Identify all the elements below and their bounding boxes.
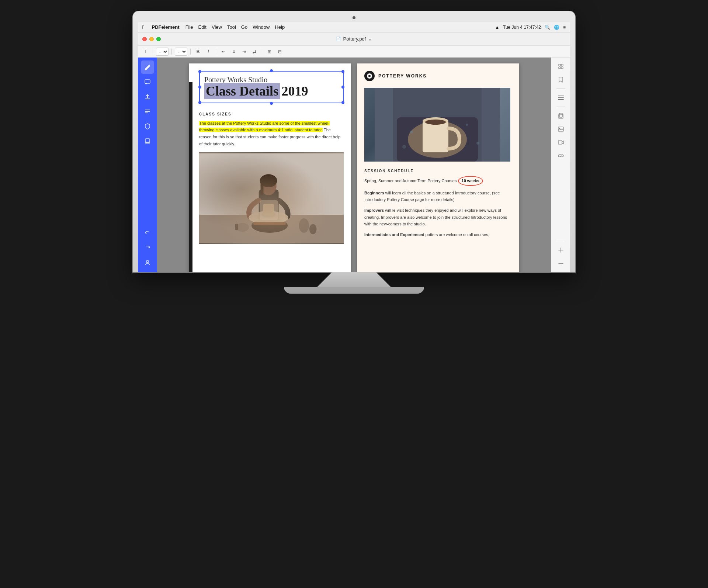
svg-rect-4 — [145, 139, 150, 142]
sidebar-item-stamp[interactable] — [141, 134, 154, 148]
sidebar-item-comment[interactable] — [141, 75, 154, 89]
handle-bl — [198, 101, 201, 104]
pdf-page-right: POTTERY WORKS — [357, 63, 519, 272]
maximize-button[interactable] — [156, 37, 161, 41]
menu-bar:  PDFelement File Edit View Tool Go Wind… — [138, 22, 570, 32]
font-select[interactable]: - — [156, 48, 169, 56]
monitor-bezel:  PDFelement File Edit View Tool Go Wind… — [133, 11, 575, 272]
svg-point-34 — [402, 145, 406, 149]
toolbar-separator-4 — [216, 49, 216, 55]
app-window: 📄 Pottery.pdf ⌄ T - - — [138, 32, 570, 272]
sidebar-bottom — [141, 226, 154, 269]
right-sidebar-image-icon[interactable] — [555, 123, 567, 135]
title-line2: Class Details — [204, 83, 280, 99]
menu-tool[interactable]: Tool — [227, 24, 236, 30]
pdf-container[interactable]: Pottery Works Studio Class Details 2019 … — [157, 58, 551, 272]
toolbar-separator-5 — [262, 49, 262, 55]
chevron-down-icon[interactable]: ⌄ — [368, 36, 372, 42]
svg-rect-44 — [558, 99, 564, 100]
filename: Pottery.pdf — [343, 36, 366, 42]
pottery-photo-overlay — [199, 152, 344, 244]
toolbar: T - - B I ⇤ ≡ ⇥ ⇄ — [138, 46, 570, 58]
right-sidebar-menu-icon[interactable] — [555, 92, 567, 104]
svg-rect-41 — [561, 67, 563, 69]
left-page-content: Pottery Works Studio Class Details 2019 … — [189, 63, 351, 272]
svg-rect-40 — [559, 67, 560, 69]
menu-go[interactable]: Go — [241, 24, 247, 30]
monitor-base — [284, 287, 424, 294]
size-select[interactable]: - — [175, 48, 187, 56]
menu-window[interactable]: Window — [253, 24, 270, 30]
menu-edit[interactable]: Edit — [198, 24, 206, 30]
session-heading: SESSION SCHEDULE — [364, 169, 510, 173]
svg-rect-3 — [145, 113, 148, 113]
menu-view[interactable]: View — [212, 24, 222, 30]
session-intro: Spring, Summer and Autumn Term Pottery C… — [364, 176, 510, 186]
minimize-button[interactable] — [149, 37, 154, 41]
text-tool-button[interactable]: T — [141, 48, 150, 56]
class-sizes-section: CLASS SIZES The classes at the Pottery W… — [199, 112, 344, 148]
intermediates-bold: Intermediates and Experienced — [364, 232, 424, 237]
sidebar-item-share[interactable] — [141, 90, 154, 103]
sidebar-item-user[interactable] — [141, 256, 154, 269]
svg-point-25 — [368, 75, 371, 77]
svg-point-33 — [466, 124, 468, 126]
sidebar-item-protect[interactable] — [141, 120, 154, 133]
bold-button[interactable]: B — [194, 48, 202, 56]
monitor-camera — [353, 16, 355, 19]
right-sidebar-video-icon[interactable] — [555, 136, 567, 148]
beginners-bold: Beginners — [364, 191, 384, 195]
align-left-button[interactable]: ⇤ — [219, 48, 228, 56]
right-sidebar-separator-1 — [556, 89, 565, 89]
right-sidebar-attachment-icon[interactable] — [555, 110, 567, 122]
menu-items: File Edit View Tool Go Window Help — [185, 24, 285, 30]
svg-rect-43 — [558, 97, 564, 98]
sidebar-item-edit[interactable] — [141, 60, 154, 74]
align-center-button[interactable]: ≡ — [229, 48, 238, 56]
sidebar-item-form[interactable] — [141, 105, 154, 118]
class-sizes-text: The classes at the Pottery Works Studio … — [199, 120, 344, 148]
title-line2-year: Class Details 2019 — [204, 84, 339, 99]
svg-rect-49 — [558, 141, 562, 144]
sidebar-item-redo[interactable] — [141, 241, 154, 255]
sidebar-item-undo[interactable] — [141, 226, 154, 240]
right-sidebar-add-icon[interactable] — [555, 244, 567, 256]
close-button[interactable] — [142, 37, 147, 41]
svg-rect-37 — [482, 88, 500, 162]
logo-circle — [364, 71, 375, 81]
monitor-stand — [317, 272, 391, 287]
improvers-text: will re-visit techniques they enjoyed an… — [364, 208, 507, 226]
intermediates-text: potters are welcome on all courses, — [424, 232, 489, 237]
title-bar: 📄 Pottery.pdf ⌄ — [138, 32, 570, 46]
toolbar-separator-3 — [190, 49, 191, 55]
right-sidebar — [551, 58, 570, 272]
pottery-logo: POTTERY WORKS — [364, 71, 510, 81]
svg-rect-47 — [558, 127, 563, 131]
right-sidebar-bookmark-icon[interactable] — [555, 74, 567, 86]
search-icon[interactable]: 🔍 — [545, 25, 550, 30]
table-button[interactable]: ⊞ — [265, 48, 274, 56]
menu-help[interactable]: Help — [275, 24, 285, 30]
italic-button[interactable]: I — [204, 48, 213, 56]
toolbar-separator-2 — [171, 49, 172, 55]
monitor-wrapper:  PDFelement File Edit View Tool Go Wind… — [133, 11, 575, 294]
app-name[interactable]: PDFelement — [152, 24, 179, 30]
title-box[interactable]: Pottery Works Studio Class Details 2019 — [199, 71, 344, 103]
class-sizes-heading: CLASS SIZES — [199, 112, 344, 116]
toolbar-separator-1 — [153, 49, 153, 55]
right-sidebar-link-icon[interactable] — [555, 150, 567, 162]
pdf-icon: 📄 — [336, 37, 341, 41]
page-left-bar — [189, 82, 192, 272]
monitor-screen:  PDFelement File Edit View Tool Go Wind… — [138, 22, 570, 272]
right-sidebar-minus-icon[interactable] — [555, 257, 567, 269]
mug-scene — [364, 88, 510, 162]
align-justify-button[interactable]: ⇄ — [250, 48, 259, 56]
list-icon: ≡ — [563, 25, 566, 30]
right-page-content: POTTERY WORKS — [357, 63, 519, 272]
right-sidebar-pages-icon[interactable] — [555, 60, 567, 72]
align-right-button[interactable]: ⇥ — [240, 48, 249, 56]
columns-button[interactable]: ⊟ — [275, 48, 284, 56]
beginners-paragraph: Beginners will learn all the basics on a… — [364, 190, 510, 203]
menu-file[interactable]: File — [185, 24, 193, 30]
svg-rect-5 — [145, 142, 150, 143]
